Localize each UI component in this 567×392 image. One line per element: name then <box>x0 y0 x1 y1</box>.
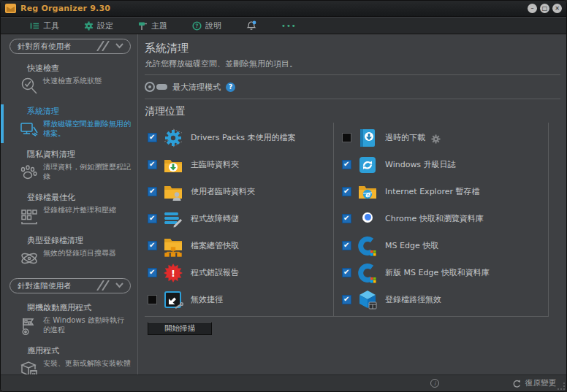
chevron-down-icon <box>115 42 124 51</box>
sidebar-item-subtitle: 釋放磁碟空間並刪除無用的檔案。 <box>43 118 131 138</box>
folder-ie-icon: e <box>357 181 378 203</box>
system-clean-icon <box>18 118 40 140</box>
menu-more-button[interactable]: ••• <box>281 22 297 30</box>
notifications-bell-icon[interactable] <box>246 20 256 31</box>
sidebar-item-quick-check[interactable]: 快速檢查 快速檢查系統狀態 <box>9 60 131 101</box>
menu-settings-label: 設定 <box>97 20 113 31</box>
group-advanced-users-dropdown[interactable]: 針對進階使用者 <box>9 278 131 293</box>
checkbox[interactable] <box>342 268 351 277</box>
checkbox[interactable] <box>148 133 157 142</box>
cleanup-item-label: 使用者臨時資料夾 <box>191 186 255 197</box>
registry-cube-icon <box>357 289 378 311</box>
cleanup-item-label: Chrome 快取和瀏覽資料庫 <box>385 213 484 224</box>
edge-icon <box>357 235 378 257</box>
svg-text:?: ? <box>195 23 198 29</box>
sidebar-item-registry-optimization[interactable]: 登錄檔最佳化 登錄檔碎片整理和壓縮 <box>9 189 131 231</box>
sidebar-item-title: 隱私資料清理 <box>27 149 131 160</box>
resize-grip[interactable] <box>558 383 565 390</box>
main-panel: 系統清理 允許您釋放磁碟空間、並刪除無用的項目。 最大清理模式 ? 清理位置 D… <box>138 34 566 374</box>
menu-settings[interactable]: 設定 <box>84 20 113 31</box>
cleanup-item-error-reports[interactable]: ! 程式錯誤報告 <box>145 259 333 286</box>
toggle-knob-icon <box>145 82 155 92</box>
checkbox[interactable] <box>342 133 351 142</box>
error-burst-icon: ! <box>162 262 184 284</box>
minimize-button[interactable]: – <box>528 4 537 13</box>
chrome-icon <box>357 208 378 230</box>
menu-tools-label: 工具 <box>43 20 59 31</box>
info-icon[interactable]: i <box>430 379 439 388</box>
menu-help[interactable]: ? 說明 <box>192 20 221 31</box>
checkbox[interactable] <box>148 295 157 304</box>
cleanup-item-drivers-packs[interactable]: Drivers Packs 未使用的檔案 <box>145 124 333 151</box>
cleanup-item-invalid-registry-paths[interactable]: 登錄檔路徑無效 <box>339 286 548 313</box>
undo-changes-button[interactable]: 復原變更 <box>512 378 556 388</box>
menu-theme[interactable]: 主題 <box>138 20 167 31</box>
max-cleanup-toggle[interactable] <box>145 82 167 92</box>
undo-icon <box>512 379 522 388</box>
cleanup-item-chrome-cache[interactable]: Chrome 快取和瀏覽資料庫 <box>339 205 548 232</box>
start-scan-button[interactable]: 開始掃描 <box>148 322 212 335</box>
cleanup-item-invalid-shortcuts[interactable]: 無效捷徑 <box>145 286 333 313</box>
group-advanced-label: 針對進階使用者 <box>18 281 72 291</box>
menu-bar: 工具 設定 主題 ? 說明 ••• <box>1 18 566 34</box>
cleanup-item-label: 程式錯誤報告 <box>191 267 239 278</box>
checkbox[interactable] <box>342 241 351 250</box>
cleanup-item-label: 主臨時資料夾 <box>191 159 239 170</box>
title-bar: Reg Organizer 9.30 – □ ✕ <box>1 1 566 17</box>
edge-icon <box>357 262 378 284</box>
checkbox[interactable] <box>148 187 157 196</box>
stripes-decoration <box>96 280 112 292</box>
privacy-paw-icon <box>18 161 40 183</box>
sidebar-item-subtitle: 在 Windows 啟動時執行的進程 <box>43 315 131 334</box>
cleanup-item-explorer-cache[interactable]: 檔案總管快取 <box>145 232 333 259</box>
svg-text:e: e <box>365 191 371 199</box>
checkbox[interactable] <box>342 295 351 304</box>
checkbox[interactable] <box>342 187 351 196</box>
atom-icon <box>18 247 40 269</box>
sidebar-item-title: 應用程式 <box>27 345 131 356</box>
cleanup-item-outdated-downloads[interactable]: 過時的下載 <box>339 124 548 151</box>
cleanup-item-crash-dumps[interactable]: 程式故障轉儲 <box>145 205 333 232</box>
svg-text:!: ! <box>171 268 175 279</box>
help-icon[interactable]: ? <box>226 82 235 92</box>
crash-dump-icon <box>162 208 184 230</box>
settings-gear-icon <box>84 21 94 31</box>
folder-user-icon <box>162 181 184 203</box>
menu-tools[interactable]: 工具 <box>30 20 59 31</box>
maximize-button[interactable]: □ <box>540 4 549 13</box>
sidebar-item-startup-apps[interactable]: 開機啟動應用程式 在 Windows 啟動時執行的進程 <box>9 299 131 341</box>
menu-theme-label: 主題 <box>151 20 167 31</box>
section-title-cleanup-locations: 清理位置 <box>145 105 560 118</box>
close-button[interactable]: ✕ <box>552 4 562 13</box>
sidebar-item-subtitle: 清理資料，例如瀏覽歷程記錄 <box>43 161 131 181</box>
cleanup-item-main-temp-folder[interactable]: 主臨時資料夾 <box>145 151 333 178</box>
cleanup-item-edge-cache[interactable]: MS Edge 快取 <box>339 232 548 259</box>
sidebar-item-title: 系統清理 <box>27 106 131 117</box>
group-all-users-dropdown[interactable]: 針對所有使用者 <box>9 39 131 54</box>
defrag-icon <box>18 204 40 226</box>
sidebar-item-privacy-cleanup[interactable]: 隱私資料清理 清理資料，例如瀏覽歷程記錄 <box>9 146 131 188</box>
magnifier-check-icon <box>18 75 40 97</box>
page-title: 系統清理 <box>145 42 560 55</box>
sidebar-item-title: 開機啟動應用程式 <box>27 302 131 313</box>
sidebar-item-typical-registry-cleanup[interactable]: 典型登錄檔清理 無效的登錄項目搜尋器 <box>9 232 131 274</box>
sidebar-item-subtitle: 安裝、更新或解除安裝軟體 <box>43 358 131 369</box>
cleanup-item-new-edge-cache[interactable]: 新版 MS Edge 快取和資料庫 <box>339 259 548 286</box>
status-bar: i 復原變更 <box>1 374 566 391</box>
item-settings-gear-icon[interactable] <box>431 133 441 142</box>
folder-explorer-icon <box>162 235 184 257</box>
cleanup-locations-list: Drivers Packs 未使用的檔案 主臨時資料夾 使用者臨時資料夾 <box>145 123 549 317</box>
menu-help-label: 說明 <box>205 20 221 31</box>
cleanup-item-windows-upgrade-logs[interactable]: Windows 升級日誌 <box>339 151 548 178</box>
checkbox[interactable] <box>148 160 157 169</box>
checkbox[interactable] <box>148 241 157 250</box>
window-title: Reg Organizer 9.30 <box>20 4 110 13</box>
sidebar-item-subtitle: 快速檢查系統狀態 <box>43 75 102 86</box>
checkbox[interactable] <box>342 160 351 169</box>
cleanup-item-user-temp-folders[interactable]: 使用者臨時資料夾 <box>145 178 333 205</box>
sidebar-item-system-cleanup[interactable]: 系統清理 釋放磁碟空間並刪除無用的檔案。 <box>9 103 131 145</box>
checkbox[interactable] <box>148 214 157 223</box>
checkbox[interactable] <box>342 214 351 223</box>
checkbox[interactable] <box>148 268 157 277</box>
cleanup-item-ie-temp-files[interactable]: e Internet Explorer 暫存檔 <box>339 178 548 205</box>
